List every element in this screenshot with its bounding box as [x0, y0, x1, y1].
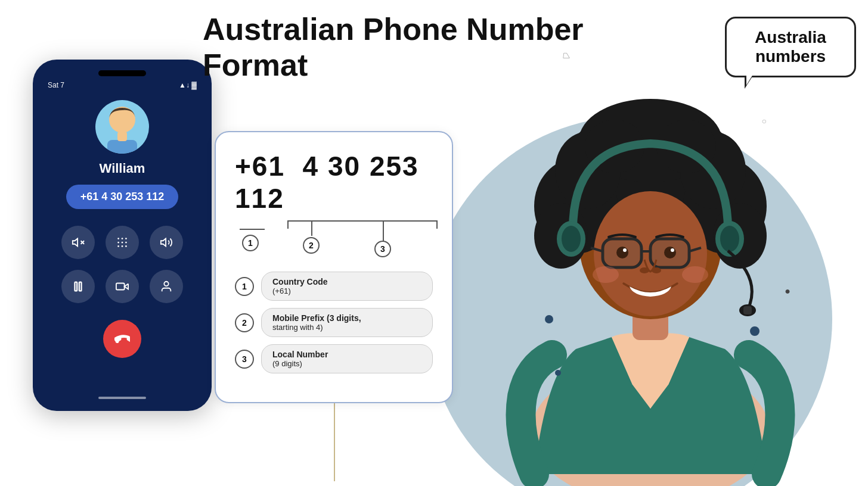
svg-point-11 — [125, 242, 127, 244]
keypad-btn[interactable] — [106, 226, 139, 259]
svg-point-12 — [117, 245, 119, 247]
svg-marker-3 — [73, 239, 78, 247]
legend-num-2: 2 — [235, 313, 254, 332]
svg-point-10 — [122, 242, 123, 244]
svg-rect-54 — [743, 306, 752, 314]
svg-point-7 — [122, 238, 123, 239]
svg-point-14 — [125, 245, 127, 247]
svg-point-41 — [616, 247, 628, 258]
phone-action-buttons — [61, 226, 183, 303]
caller-name: William — [100, 161, 145, 176]
speech-bubble: Australia numbers — [725, 17, 856, 77]
brace-left — [287, 220, 289, 229]
brace-mid-left — [311, 220, 312, 236]
svg-point-47 — [593, 266, 619, 283]
phone-number-display: +61 4 30 253 112 — [66, 185, 179, 209]
end-call-btn[interactable] — [103, 320, 141, 358]
svg-point-44 — [671, 248, 674, 252]
caller-avatar — [95, 100, 149, 154]
legend-pill-1: Country Code (+61) — [261, 272, 433, 301]
format-diagram: 1 2 3 — [235, 218, 433, 260]
phone-time: Sat 7 — [48, 81, 64, 89]
phone-signal: ▲↓ ▓ — [179, 81, 197, 89]
annotation-2: 2 — [303, 237, 320, 254]
svg-rect-17 — [79, 282, 82, 291]
character-illustration — [457, 27, 844, 486]
pause-btn[interactable] — [61, 270, 95, 303]
svg-point-13 — [122, 245, 123, 247]
legend-pill-3: Local Number (9 digits) — [261, 344, 433, 373]
phone-status-bar: Sat 7 ▲↓ ▓ — [42, 81, 203, 89]
svg-point-52 — [720, 226, 739, 252]
svg-point-8 — [125, 238, 127, 239]
svg-rect-1 — [107, 140, 137, 154]
speaker-btn[interactable] — [150, 226, 183, 259]
svg-marker-15 — [161, 239, 166, 247]
annotation-1: 1 — [242, 235, 259, 251]
video-btn[interactable] — [106, 270, 139, 303]
svg-point-43 — [623, 248, 627, 252]
page-title: Australian Phone Number Format — [203, 12, 584, 83]
format-card: +61 4 30 253 112 1 2 3 1 Country Code (+… — [215, 131, 453, 403]
svg-point-50 — [562, 226, 581, 252]
line-1 — [240, 229, 265, 230]
phone-mockup: Sat 7 ▲↓ ▓ William +61 4 30 253 112 — [33, 60, 212, 411]
svg-point-45 — [640, 267, 649, 273]
svg-rect-16 — [75, 282, 78, 291]
svg-point-6 — [117, 238, 119, 239]
phone-home-indicator — [98, 397, 146, 399]
svg-point-42 — [664, 247, 676, 258]
legend-num-3: 3 — [235, 350, 254, 369]
phone-notch — [98, 70, 146, 76]
legend-item-1: 1 Country Code (+61) — [235, 272, 433, 301]
svg-rect-18 — [116, 284, 125, 290]
mute-btn[interactable] — [61, 226, 95, 259]
svg-point-19 — [164, 282, 168, 286]
svg-point-56 — [750, 326, 760, 336]
legend-num-1: 1 — [235, 277, 254, 296]
brace-top — [287, 220, 436, 222]
svg-point-57 — [555, 370, 561, 376]
format-number: +61 4 30 253 112 — [235, 150, 433, 214]
legend-item-2: 2 Mobile Prefix (3 digits, starting with… — [235, 308, 433, 337]
legend-item-3: 3 Local Number (9 digits) — [235, 344, 433, 373]
brace-right — [436, 220, 438, 229]
svg-point-48 — [682, 266, 708, 283]
legend-pill-2: Mobile Prefix (3 digits, starting with 4… — [261, 308, 433, 337]
svg-point-46 — [652, 267, 661, 273]
svg-rect-2 — [117, 132, 127, 141]
svg-point-9 — [117, 242, 119, 244]
svg-point-55 — [545, 315, 553, 323]
annotation-3: 3 — [374, 241, 391, 257]
contact-btn[interactable] — [150, 270, 183, 303]
